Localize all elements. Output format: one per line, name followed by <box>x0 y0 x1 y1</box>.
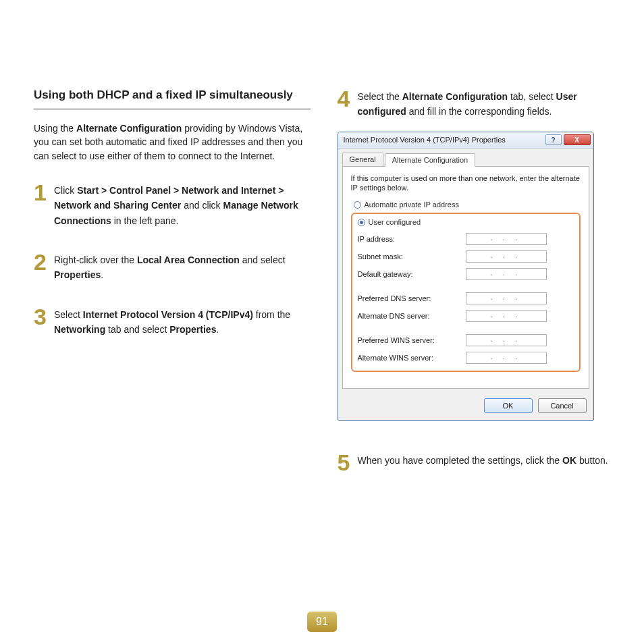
field-alternate-dns: Alternate DNS server: . . . <box>358 310 574 322</box>
step-4: 4 Select the Alternate Configuration tab… <box>338 88 614 119</box>
field-preferred-wins: Preferred WINS server: . . . <box>358 334 574 346</box>
dialog-button-bar: OK Cancel <box>338 393 593 420</box>
tab-panel: If this computer is used on more than on… <box>342 166 589 389</box>
radio-icon <box>354 201 361 209</box>
field-preferred-dns: Preferred DNS server: . . . <box>358 292 574 304</box>
step-text: Right-click over the Local Area Connecti… <box>54 251 311 283</box>
properties-dialog: Internet Protocol Version 4 (TCP/IPv4) P… <box>338 132 594 421</box>
radio-icon <box>358 219 365 226</box>
radio-label: User configured <box>369 218 421 226</box>
step-number: 3 <box>34 306 49 327</box>
step-text: Select the Alternate Configuration tab, … <box>358 88 614 119</box>
step-5: 5 When you have completed the settings, … <box>338 452 614 473</box>
dialog-description: If this computer is used on more than on… <box>351 173 581 193</box>
step-1: 1 Click Start > Control Panel > Network … <box>34 182 311 228</box>
field-label: Alternate DNS server: <box>358 312 466 320</box>
dialog-title: Internet Protocol Version 4 (TCP/IPv4) P… <box>344 136 545 144</box>
step-text: Click Start > Control Panel > Network an… <box>54 182 311 228</box>
ok-button[interactable]: OK <box>484 398 533 413</box>
step-number: 4 <box>338 88 352 109</box>
intro-paragraph: Using the Alternate Configuration provid… <box>34 122 311 163</box>
field-label: Subnet mask: <box>358 252 466 261</box>
intro-bold: Alternate Configuration <box>76 123 182 134</box>
field-default-gateway: Default gateway: . . . <box>358 268 574 280</box>
step-3: 3 Select Internet Protocol Version 4 (TC… <box>34 306 311 338</box>
tab-alternate-configuration[interactable]: Alternate Configuration <box>385 153 476 167</box>
radio-user-configured[interactable]: User configured <box>358 217 574 227</box>
tab-strip: General Alternate Configuration <box>338 149 593 166</box>
step-2: 2 Right-click over the Local Area Connec… <box>34 251 311 283</box>
page-number-badge: 91 <box>307 612 337 632</box>
section-heading: Using both DHCP and a fixed IP simultane… <box>34 88 311 103</box>
subnet-mask-input[interactable]: . . . <box>466 250 547 263</box>
alternate-dns-input[interactable]: . . . <box>466 310 547 322</box>
field-label: Default gateway: <box>358 270 466 278</box>
highlight-box: User configured IP address: . . . Subnet… <box>351 213 581 372</box>
preferred-dns-input[interactable]: . . . <box>466 292 547 304</box>
dialog-titlebar: Internet Protocol Version 4 (TCP/IPv4) P… <box>338 132 593 149</box>
radio-automatic-private-ip[interactable]: Automatic private IP address <box>351 199 581 210</box>
cancel-button[interactable]: Cancel <box>538 398 587 413</box>
close-button[interactable]: X <box>564 134 591 145</box>
step-number: 2 <box>34 251 49 273</box>
radio-label: Automatic private IP address <box>365 200 459 209</box>
step-number: 1 <box>34 182 49 203</box>
preferred-wins-input[interactable]: . . . <box>466 334 547 346</box>
step-text: Select Internet Protocol Version 4 (TCP/… <box>54 306 311 338</box>
step-text: When you have completed the settings, cl… <box>358 452 608 468</box>
field-label: Preferred DNS server: <box>358 294 466 302</box>
step-number: 5 <box>338 452 352 473</box>
intro-text: Using the <box>34 123 76 134</box>
default-gateway-input[interactable]: . . . <box>466 268 547 280</box>
field-label: Preferred WINS server: <box>358 336 466 344</box>
ip-address-input[interactable]: . . . <box>466 233 547 245</box>
tab-general[interactable]: General <box>342 153 383 166</box>
field-subnet-mask: Subnet mask: . . . <box>358 250 574 263</box>
alternate-wins-input[interactable]: . . . <box>466 352 547 364</box>
field-label: IP address: <box>358 235 466 243</box>
field-label: Alternate WINS server: <box>358 354 466 362</box>
field-ip-address: IP address: . . . <box>358 233 574 245</box>
help-button[interactable]: ? <box>545 134 562 145</box>
field-alternate-wins: Alternate WINS server: . . . <box>358 352 574 364</box>
section-rule <box>34 109 311 109</box>
